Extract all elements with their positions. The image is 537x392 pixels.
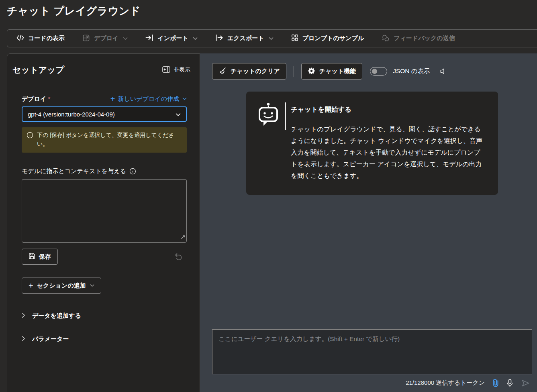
chevron-right-icon xyxy=(22,312,25,319)
add-data-section[interactable]: データを追加する xyxy=(22,312,187,320)
deploy-row: デプロイ* + 新しいデプロイの作成 xyxy=(22,95,187,103)
chevron-down-icon xyxy=(90,284,94,287)
chevron-down-icon xyxy=(193,37,198,40)
chat-intro-card: チャットを開始する チャットのプレイグラウンドで、見る、聞く、話すことができるよ… xyxy=(246,92,498,195)
chat-input-status: 21/128000 送信するトークン xyxy=(406,378,530,388)
chevron-down-icon xyxy=(269,37,274,40)
chat-playground-screen: チャット プレイグラウンド コードの表示 デプロイ インポート エクスポート プ… xyxy=(0,0,537,392)
instructions-label: モデルに指示とコンテキストを与える xyxy=(22,167,187,175)
command-bar: コードの表示 デプロイ インポート エクスポート プロンプトのサンプル フィード… xyxy=(7,29,537,47)
send-icon xyxy=(521,379,530,387)
add-section-button[interactable]: + セクションの追加 xyxy=(22,278,101,294)
json-toggle-label: JSON の表示 xyxy=(393,67,430,76)
setup-content: デプロイ* + 新しいデプロイの作成 gpt-4 (version:turbo-… xyxy=(7,95,200,343)
deployment-select[interactable]: gpt-4 (version:turbo-2024-04-09) xyxy=(22,106,187,122)
parameters-section[interactable]: パラメーター xyxy=(22,335,187,343)
prompt-samples-button[interactable]: プロンプトのサンプル xyxy=(291,34,364,43)
paperclip-icon[interactable] xyxy=(492,378,499,388)
chat-area: チャットのクリア チャット機能 JSON の表示 チャットを開始する チャットの… xyxy=(200,53,537,392)
save-warning-banner: 下の [保存] ボタンを選択して、変更を適用してください。 xyxy=(22,127,187,153)
collapse-panel-icon xyxy=(162,66,170,74)
import-button[interactable]: インポート xyxy=(145,34,197,43)
save-icon xyxy=(29,253,35,261)
microphone-icon[interactable] xyxy=(506,379,513,388)
deployment-select-value: gpt-4 (version:turbo-2024-04-09) xyxy=(28,111,115,118)
save-row: 保存 xyxy=(22,249,187,265)
chevron-down-icon xyxy=(123,37,128,40)
icon-divider xyxy=(285,102,286,130)
deploy-label: デプロイ* xyxy=(22,95,50,103)
grid-icon xyxy=(291,34,298,43)
hide-panel-button[interactable]: 非表示 xyxy=(162,66,190,74)
intro-text: チャットを開始する チャットのプレイグラウンドで、見る、聞く、話すことができるよ… xyxy=(291,102,486,195)
setup-title: セットアップ xyxy=(12,64,64,76)
chat-toolbar: チャットのクリア チャット機能 JSON の表示 xyxy=(212,63,447,80)
chat-query-input[interactable] xyxy=(212,329,532,374)
import-icon xyxy=(145,34,153,43)
feedback-icon xyxy=(382,34,390,43)
required-asterisk: * xyxy=(48,95,50,102)
chevron-right-icon xyxy=(22,336,25,343)
save-button[interactable]: 保存 xyxy=(22,249,58,265)
plus-icon: + xyxy=(110,95,115,103)
intro-body: チャットのプレイグラウンドで、見る、聞く、話すことができるようになりました。チャ… xyxy=(291,123,486,182)
broom-icon xyxy=(218,67,227,76)
save-warning-text: 下の [保存] ボタンを選択して、変更を適用してください。 xyxy=(37,131,182,148)
export-icon xyxy=(215,34,223,43)
json-toggle[interactable] xyxy=(370,67,387,76)
show-code-button[interactable]: コードの表示 xyxy=(16,35,65,42)
code-icon xyxy=(16,35,24,42)
deploy-box-icon xyxy=(82,34,90,43)
robot-icon xyxy=(257,102,279,195)
chevron-down-icon xyxy=(176,111,181,118)
info-icon xyxy=(27,132,33,139)
setup-panel: セットアップ 非表示 デプロイ* + 新しいデプロイの作成 gpt-4 (ver… xyxy=(7,53,200,392)
setup-header: セットアップ 非表示 xyxy=(7,64,200,76)
export-button[interactable]: エクスポート xyxy=(215,34,274,43)
undo-icon[interactable] xyxy=(174,252,184,261)
clear-chat-button[interactable]: チャットのクリア xyxy=(212,63,286,80)
chevron-down-icon xyxy=(182,97,187,100)
toggle-knob xyxy=(372,69,377,74)
info-icon[interactable] xyxy=(129,168,136,175)
send-feedback-button: フィードバックの送信 xyxy=(382,34,455,43)
intro-title: チャットを開始する xyxy=(291,105,486,114)
instructions-textarea[interactable] xyxy=(22,179,187,243)
create-deployment-link[interactable]: + 新しいデプロイの作成 xyxy=(110,95,187,103)
plus-icon: + xyxy=(29,282,33,290)
gear-icon xyxy=(308,67,315,76)
toolbar-divider xyxy=(294,66,294,77)
deploy-button: デプロイ xyxy=(82,34,128,43)
page-title: チャット プレイグラウンド xyxy=(7,4,141,18)
token-counter: 21/128000 送信するトークン xyxy=(406,379,485,387)
chat-features-button[interactable]: チャット機能 xyxy=(301,63,362,80)
resize-handle-icon[interactable] xyxy=(181,234,185,241)
robot-icon-block xyxy=(257,102,286,195)
speaker-icon[interactable] xyxy=(439,67,447,75)
